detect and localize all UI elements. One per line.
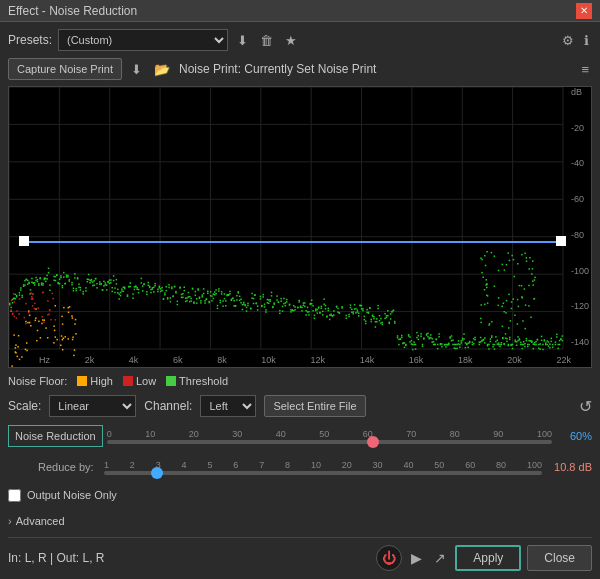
title-text: Effect - Noise Reduction — [8, 4, 137, 18]
left-handle[interactable] — [19, 236, 29, 246]
hz-labels: Hz 2k 4k 6k 8k 10k 12k 14k 16k 18k 20k 2… — [39, 355, 571, 365]
preset-delete-btn[interactable]: 🗑 — [257, 33, 276, 48]
advanced-row: › Advanced — [8, 510, 592, 532]
noise-print-right: ≡ — [578, 62, 592, 77]
scale-label: Scale: — [8, 399, 41, 413]
noise-floor-label: Noise Floor: — [8, 375, 67, 387]
power-btn[interactable]: ⏻ — [376, 545, 402, 571]
presets-right: ⚙ ℹ — [559, 33, 592, 48]
db-labels: dB -20 -40 -60 -80 -100 -120 -140 — [571, 87, 589, 347]
output-noise-checkbox[interactable] — [8, 489, 21, 502]
legend-high-dot — [77, 376, 87, 386]
reduce-by-label: Reduce by: — [38, 461, 100, 473]
legend-threshold: Threshold — [166, 375, 228, 387]
bottom-bar: In: L, R | Out: L, R ⏻ ▶ ↗ Apply Close — [8, 537, 592, 573]
capture-noise-btn[interactable]: Capture Noise Print — [8, 58, 122, 80]
output-noise-row: Output Noise Only — [8, 485, 592, 505]
presets-row: Presets: (Custom) ⬇ 🗑 ★ ⚙ ℹ — [8, 28, 592, 52]
title-bar: Effect - Noise Reduction ✕ — [0, 0, 600, 22]
select-entire-btn[interactable]: Select Entire File — [264, 395, 365, 417]
noise-folder-btn[interactable]: 📂 — [151, 62, 173, 77]
preset-info-btn[interactable]: ℹ — [581, 33, 592, 48]
close-bottom-btn[interactable]: Close — [527, 545, 592, 571]
scale-select[interactable]: Linear Logarithmic — [49, 395, 136, 417]
noise-reduction-slider[interactable] — [107, 440, 552, 444]
reduce-value: 10.8 dB — [546, 461, 592, 473]
noise-menu-btn[interactable]: ≡ — [578, 62, 592, 77]
threshold-line[interactable] — [19, 241, 566, 243]
reduce-by-row: Reduce by: 1 2 3 4 5 6 7 8 10 20 30 40 5… — [8, 454, 592, 480]
legend-row: Noise Floor: High Low Threshold — [8, 373, 592, 389]
presets-select[interactable]: (Custom) — [58, 29, 228, 51]
bottom-right: ⏻ ▶ ↗ Apply Close — [376, 545, 592, 571]
legend-threshold-dot — [166, 376, 176, 386]
advanced-toggle-icon[interactable]: › — [8, 515, 12, 527]
channel-select[interactable]: Left Right Both — [200, 395, 256, 417]
spectrum-chart[interactable] — [9, 87, 591, 367]
legend-high: High — [77, 375, 113, 387]
close-btn[interactable]: ✕ — [576, 3, 592, 19]
legend-low-dot — [123, 376, 133, 386]
export-btn[interactable]: ↗ — [431, 550, 449, 566]
presets-label: Presets: — [8, 33, 52, 47]
noise-print-row: Capture Noise Print ⬇ 📂 Noise Print: Cur… — [8, 57, 592, 81]
preset-settings-btn[interactable]: ⚙ — [559, 33, 577, 48]
right-handle[interactable] — [556, 236, 566, 246]
apply-btn[interactable]: Apply — [455, 545, 521, 571]
noise-reduction-row: Noise Reduction 0 10 20 30 40 50 60 70 8… — [8, 423, 592, 449]
reset-btn[interactable]: ↺ — [579, 397, 592, 416]
reduce-by-slider[interactable] — [104, 471, 542, 475]
nr-value: 60% — [556, 430, 592, 442]
noise-reduction-label: Noise Reduction — [8, 425, 103, 447]
output-noise-label[interactable]: Output Noise Only — [27, 489, 117, 501]
noise-download-btn[interactable]: ⬇ — [128, 62, 145, 77]
preset-star-btn[interactable]: ★ — [282, 33, 300, 48]
advanced-label[interactable]: Advanced — [16, 515, 65, 527]
noise-print-label: Noise Print: Currently Set Noise Print — [179, 62, 376, 76]
chart-area: dB -20 -40 -60 -80 -100 -120 -140 Hz 2k … — [8, 86, 592, 368]
main-panel: Presets: (Custom) ⬇ 🗑 ★ ⚙ ℹ Capture Nois… — [0, 22, 600, 579]
legend-low: Low — [123, 375, 156, 387]
reduce-slider-container: 1 2 3 4 5 6 7 8 10 20 30 40 50 60 80 100 — [104, 460, 542, 475]
preset-download-btn[interactable]: ⬇ — [234, 33, 251, 48]
io-label: In: L, R | Out: L, R — [8, 551, 105, 565]
channel-label: Channel: — [144, 399, 192, 413]
play-btn[interactable]: ▶ — [408, 550, 425, 566]
controls-row: Scale: Linear Logarithmic Channel: Left … — [8, 394, 592, 418]
nr-slider-container: 0 10 20 30 40 50 60 70 80 90 100 — [107, 429, 552, 444]
